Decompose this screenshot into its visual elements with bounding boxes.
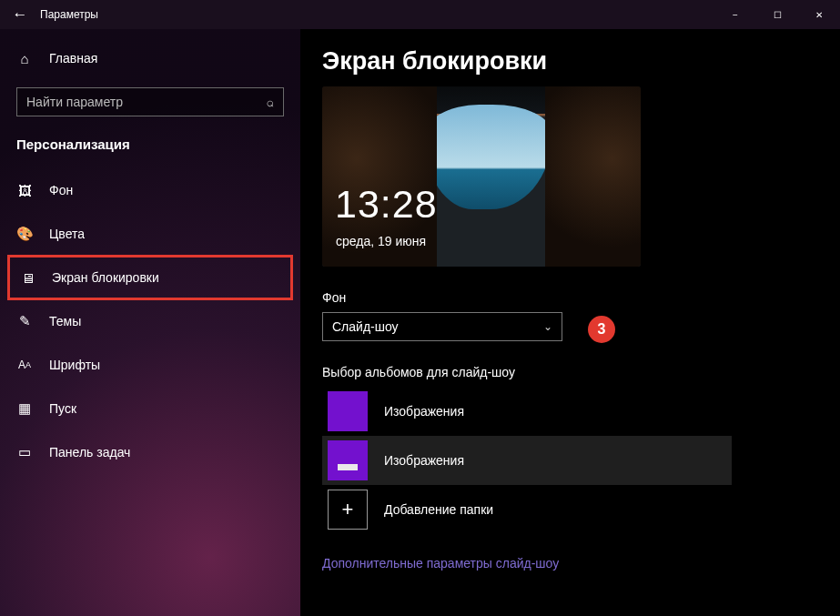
background-dropdown[interactable]: Слайд-шоу ⌄ [322, 312, 562, 341]
page-title: Экран блокировки [322, 47, 818, 76]
preview-rock-right [545, 86, 641, 267]
sidebar-item-label: Темы [49, 314, 81, 328]
chevron-down-icon: ⌄ [543, 320, 552, 333]
themes-icon: ✎ [16, 313, 33, 329]
main-content: Экран блокировки 13:28 среда, 19 июня Фо… [300, 29, 840, 616]
background-label: Фон [322, 290, 818, 305]
home-icon: ⌂ [16, 51, 33, 66]
sidebar-item-label: Пуск [49, 401, 76, 416]
folder-icon [328, 440, 368, 480]
taskbar-icon: ▭ [16, 444, 33, 460]
window-controls: − ☐ ✕ [714, 0, 840, 29]
maximize-icon: ☐ [774, 10, 782, 20]
sidebar-item-colors[interactable]: 🎨 Цвета [0, 212, 300, 256]
sidebar-item-label: Фон [49, 183, 73, 197]
sidebar: ⌂ Главная Найти параметр ⌕ Персонализаци… [0, 29, 300, 616]
search-icon: ⌕ [267, 95, 274, 109]
fonts-icon: AA [16, 358, 33, 371]
arrow-left-icon: ← [13, 5, 28, 24]
folder-bar-icon [338, 464, 358, 470]
sidebar-item-label: Шрифты [49, 358, 100, 372]
back-button[interactable]: ← [0, 0, 40, 29]
album-item-1[interactable]: Изображения [322, 387, 732, 436]
sidebar-item-label: Цвета [49, 227, 85, 241]
albums-label: Выбор альбомов для слайд-шоу [322, 365, 818, 379]
picture-icon: 🖼 [16, 183, 33, 198]
folder-icon [328, 391, 368, 431]
sidebar-item-taskbar[interactable]: ▭ Панель задач [0, 430, 300, 474]
sidebar-item-label: Панель задач [49, 445, 130, 459]
close-button[interactable]: ✕ [798, 0, 840, 29]
lockscreen-preview: 13:28 среда, 19 июня [322, 86, 641, 267]
sidebar-home[interactable]: ⌂ Главная [0, 38, 300, 78]
add-folder-label: Добавление папки [384, 502, 493, 517]
preview-sky [424, 105, 552, 209]
sidebar-item-themes[interactable]: ✎ Темы [0, 299, 300, 343]
album-name: Изображения [384, 453, 464, 468]
palette-icon: 🎨 [16, 226, 33, 242]
plus-icon: + [328, 490, 368, 530]
title-bar: ← Параметры − ☐ ✕ [0, 0, 840, 29]
add-folder-button[interactable]: + Добавление папки [322, 485, 732, 534]
dropdown-value: Слайд-шоу [332, 319, 399, 334]
window-title: Параметры [40, 8, 714, 21]
minimize-button[interactable]: − [714, 0, 756, 29]
album-item-2[interactable]: Изображения [322, 436, 732, 485]
advanced-slideshow-link[interactable]: Дополнительные параметры слайд-шоу [322, 556, 818, 571]
album-name: Изображения [384, 404, 464, 419]
maximize-button[interactable]: ☐ [756, 0, 798, 29]
close-icon: ✕ [815, 10, 823, 20]
lockscreen-icon: 🖥 [19, 270, 35, 286]
sidebar-item-lockscreen[interactable]: 🖥 Экран блокировки [7, 255, 293, 300]
sidebar-item-label: Экран блокировки [52, 270, 159, 285]
sidebar-section-title: Персонализация [0, 129, 300, 168]
sidebar-item-start[interactable]: ▦ Пуск [0, 387, 300, 430]
minimize-icon: − [733, 10, 738, 20]
search-placeholder: Найти параметр [26, 95, 123, 109]
preview-date: среда, 19 июня [336, 234, 426, 248]
home-label: Главная [49, 51, 97, 66]
sidebar-item-fonts[interactable]: AA Шрифты [0, 343, 300, 387]
sidebar-item-background[interactable]: 🖼 Фон [0, 168, 300, 212]
annotation-marker-3: 3 [588, 316, 615, 343]
search-input[interactable]: Найти параметр ⌕ [16, 87, 284, 116]
preview-time: 13:28 [335, 182, 438, 227]
start-icon: ▦ [16, 400, 33, 417]
